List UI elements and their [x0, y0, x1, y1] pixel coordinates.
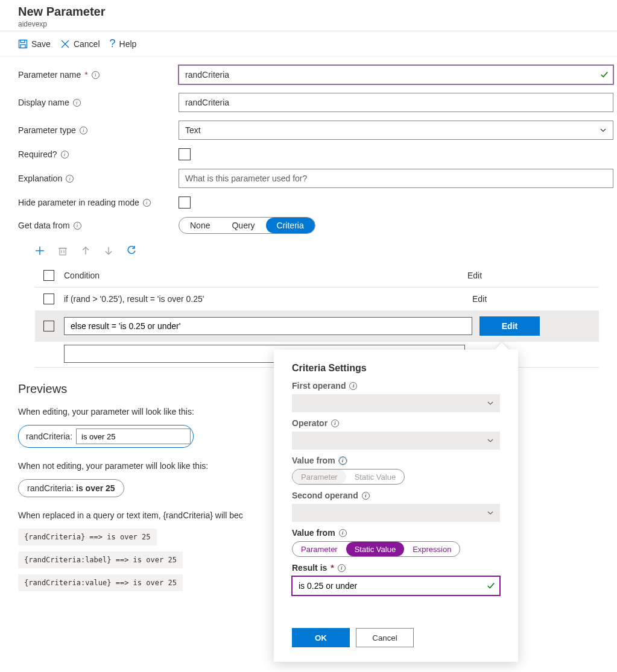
result-is-input[interactable] — [292, 576, 500, 595]
value-from-label-1: Value fromi — [292, 456, 500, 465]
chevron-down-icon — [487, 400, 494, 407]
preview-input[interactable] — [76, 429, 191, 444]
info-icon[interactable]: i — [338, 564, 346, 572]
chevron-down-icon — [600, 127, 607, 134]
criteria-table-header: Condition Edit — [35, 266, 599, 287]
popup-title: Criteria Settings — [292, 363, 500, 374]
hide-param-label: Hide parameter in reading modei — [18, 198, 179, 207]
chevron-down-icon — [487, 437, 494, 444]
edit-column-header: Edit — [467, 271, 594, 280]
info-icon[interactable]: i — [92, 71, 100, 79]
pill-static-value[interactable]: Static Value — [346, 542, 404, 556]
pill-expression[interactable]: Expression — [404, 542, 460, 556]
result-is-label: Result is*i — [292, 563, 500, 573]
value-from-label-2: Value fromi — [292, 528, 500, 538]
add-icon[interactable] — [35, 246, 45, 256]
value-from-pills-1: Parameter Static Value — [292, 469, 405, 485]
info-icon[interactable]: i — [61, 151, 69, 159]
required-checkbox[interactable] — [179, 148, 191, 160]
move-up-icon — [81, 246, 90, 256]
check-icon — [600, 71, 609, 79]
criteria-section: Condition Edit if (rand > '0.25'), resul… — [0, 234, 617, 368]
edit-link[interactable]: Edit — [472, 294, 599, 304]
preview-edit-pill: randCriteria: — [18, 425, 194, 448]
preview-code: {randCriteria:value} ==> is over 25 — [18, 574, 183, 591]
row-checkbox[interactable] — [43, 294, 54, 304]
preview-label: randCriteria: — [27, 483, 74, 493]
close-icon — [60, 39, 70, 49]
svg-rect-1 — [21, 40, 25, 42]
select-all-checkbox[interactable] — [43, 270, 54, 281]
required-label: Required?i — [18, 149, 179, 159]
pill-static-value[interactable]: Static Value — [346, 469, 404, 484]
preview-label: randCriteria: — [26, 432, 72, 441]
panel-header: New Parameter aidevexp — [0, 0, 617, 31]
check-icon — [487, 582, 495, 590]
data-source-pills: None Query Criteria — [179, 217, 315, 234]
param-name-label: Parameter name*i — [18, 70, 179, 80]
second-operand-select[interactable] — [292, 504, 500, 522]
preview-readonly-pill: randCriteria: is over 25 — [18, 479, 124, 497]
operator-select[interactable] — [292, 432, 500, 450]
first-operand-label: First operandi — [292, 381, 500, 391]
preview-value: is over 25 — [76, 483, 115, 493]
refresh-icon[interactable] — [127, 246, 136, 256]
param-type-select[interactable]: Text — [179, 121, 613, 140]
param-type-label: Parameter typei — [18, 125, 179, 135]
help-icon: ? — [110, 37, 116, 50]
operator-label: Operatori — [292, 418, 500, 428]
pill-parameter[interactable]: Parameter — [293, 469, 346, 484]
value-from-pills-2: Parameter Static Value Expression — [292, 541, 460, 557]
info-icon[interactable]: i — [331, 419, 339, 427]
pill-none[interactable]: None — [179, 218, 221, 233]
display-name-input[interactable] — [179, 93, 613, 112]
info-icon[interactable]: i — [349, 382, 357, 390]
criteria-row-selected: Edit — [35, 310, 599, 342]
save-icon — [18, 39, 28, 49]
get-data-label: Get data fromi — [18, 221, 179, 230]
criteria-toolbar — [35, 246, 599, 266]
pill-criteria[interactable]: Criteria — [266, 218, 315, 233]
info-icon[interactable]: i — [73, 99, 81, 107]
condition-input[interactable] — [64, 317, 472, 335]
edit-button[interactable]: Edit — [479, 316, 540, 336]
svg-rect-2 — [21, 45, 25, 48]
row-checkbox[interactable] — [43, 321, 54, 331]
pill-query[interactable]: Query — [221, 218, 265, 233]
info-icon[interactable]: i — [80, 127, 87, 134]
move-down-icon — [104, 246, 113, 256]
pill-parameter[interactable]: Parameter — [293, 542, 346, 556]
criteria-settings-popup: Criteria Settings First operandi Operato… — [274, 350, 518, 597]
info-icon[interactable]: i — [66, 175, 74, 183]
param-name-input[interactable] — [179, 65, 613, 84]
info-icon[interactable]: i — [362, 492, 370, 500]
first-operand-select[interactable] — [292, 394, 500, 412]
chevron-down-icon — [487, 509, 494, 517]
parameter-form: Parameter name*i Display namei Parameter… — [0, 57, 617, 234]
info-icon[interactable]: i — [143, 199, 151, 207]
cancel-button[interactable]: Cancel — [60, 37, 100, 50]
page-title: New Parameter — [18, 5, 599, 19]
toolbar: Save Cancel ? Help — [0, 31, 617, 57]
info-icon[interactable]: i — [339, 529, 347, 537]
info-icon[interactable]: i — [339, 457, 347, 465]
info-icon[interactable]: i — [74, 222, 81, 230]
condition-text: if (rand > '0.25'), result = 'is over 0.… — [64, 294, 472, 304]
delete-icon — [58, 246, 68, 256]
criteria-row: if (rand > '0.25'), result = 'is over 0.… — [35, 287, 599, 310]
page-subtitle: aidevexp — [18, 20, 599, 28]
help-button[interactable]: ? Help — [110, 37, 137, 50]
second-operand-label: Second operandi — [292, 491, 500, 500]
preview-code: {randCriteria} ==> is over 25 — [18, 529, 157, 545]
preview-code: {randCriteria:label} ==> is over 25 — [18, 551, 183, 568]
explanation-input[interactable] — [179, 169, 613, 188]
save-button[interactable]: Save — [18, 37, 51, 50]
condition-column-header: Condition — [64, 271, 467, 280]
explanation-label: Explanationi — [18, 174, 179, 183]
hide-param-checkbox[interactable] — [179, 196, 191, 209]
display-name-label: Display namei — [18, 98, 179, 107]
svg-rect-7 — [60, 248, 66, 255]
